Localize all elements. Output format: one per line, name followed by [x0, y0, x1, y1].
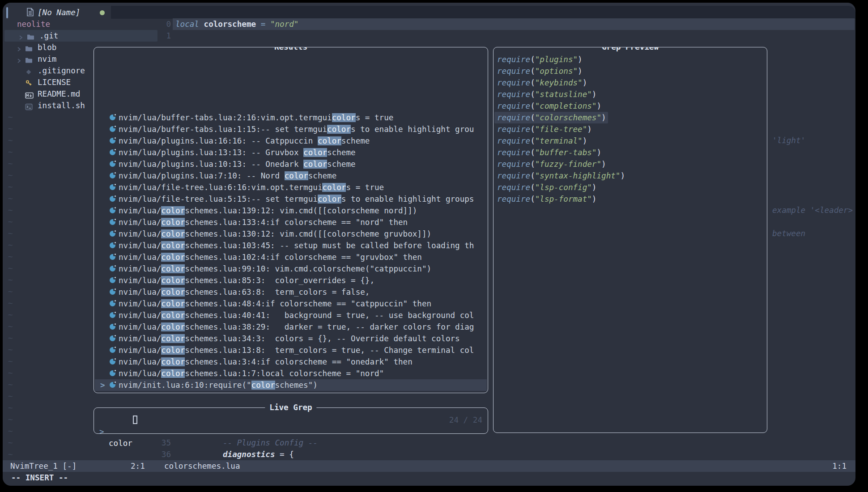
vim-mode-indicator: -- INSERT -- — [11, 472, 68, 484]
result-row[interactable]: nvim/lua/colorschemes.lua:38:29: darker … — [95, 321, 487, 333]
result-row[interactable]: nvim/lua/buffer-tabs.lua:2:16:vim.opt.te… — [95, 112, 487, 123]
result-text: nvim/lua/colorschemes.lua:63:8: term_col… — [119, 286, 370, 298]
match-highlight: color — [161, 253, 185, 262]
result-row[interactable]: nvim/lua/colorschemes.lua:102:4:if color… — [95, 251, 487, 263]
result-text: nvim/lua/colorschemes.lua:1:7:local colo… — [119, 368, 384, 379]
result-text: nvim/lua/colorschemes.lua:40:41: backgro… — [119, 310, 474, 321]
terminal-icon — [25, 102, 33, 114]
grep-preview-panel: Grep Preview require("plugins")require("… — [493, 47, 767, 433]
empty-line-tilde: ~ — [8, 332, 13, 344]
selection-caret-icon: > — [100, 379, 105, 391]
result-row[interactable]: nvim/lua/file-tree.lua:6:16:vim.opt.term… — [95, 182, 487, 193]
result-row[interactable]: nvim/lua/colorschemes.lua:34:3: colors =… — [95, 333, 487, 344]
result-counter: 24 / 24 — [449, 414, 482, 426]
match-highlight: color — [161, 357, 185, 366]
result-row[interactable]: nvim/lua/plugins.lua:16:16: -- Catppucci… — [95, 135, 487, 147]
telescope-results-panel: Results nvim/lua/buffer-tabs.lua:2:16:vi… — [94, 47, 488, 393]
empty-line-tilde: ~ — [8, 309, 13, 321]
search-input[interactable]: color — [109, 437, 132, 449]
result-row[interactable]: nvim/lua/plugins.lua:13:13: -- Gruvbox c… — [95, 147, 487, 158]
match-highlight: color — [161, 288, 185, 297]
filetree-item-label[interactable]: .git — [39, 30, 58, 42]
match-highlight: color — [161, 334, 185, 343]
document-icon — [26, 8, 34, 20]
result-row[interactable]: nvim/lua/colorschemes.lua:13:8: term_col… — [95, 344, 487, 356]
result-text: nvim/lua/buffer-tabs.lua:2:16:vim.opt.te… — [119, 112, 393, 123]
empty-line-tilde: ~ — [8, 390, 13, 402]
statusline-cursor-position: 1:1 — [832, 460, 847, 472]
result-text: nvim/lua/colorschemes.lua:48:4:if colors… — [119, 298, 431, 310]
filetree-root-name: neolite — [17, 18, 50, 30]
lua-file-icon — [110, 219, 115, 225]
result-row[interactable]: nvim/lua/colorschemes.lua:40:41: backgro… — [95, 310, 487, 321]
empty-line-tilde: ~ — [8, 263, 13, 274]
result-row[interactable]: >nvim/init.lua:6:10:require("colorscheme… — [95, 379, 487, 391]
result-row[interactable]: nvim/lua/plugins.lua:10:13: -- Onedark c… — [95, 158, 487, 170]
match-highlight: color — [327, 125, 351, 134]
empty-line-tilde: ~ — [8, 181, 13, 193]
result-row[interactable]: nvim/lua/colorschemes.lua:99:10: vim.cmd… — [95, 263, 487, 275]
match-highlight: color — [161, 218, 185, 227]
statusline-file-name: colorschemes.lua — [164, 460, 240, 472]
result-row[interactable]: nvim/lua/colorschemes.lua:3:4:if colorsc… — [95, 356, 487, 368]
buffer-tab[interactable]: [No Name] — [38, 7, 80, 18]
empty-line-tilde: ~ — [8, 135, 13, 146]
lua-file-icon — [110, 382, 115, 388]
preview-code-line: require("colorschemes") — [494, 112, 608, 123]
line-number: 35 — [157, 437, 171, 449]
line-number: 1 — [157, 30, 171, 42]
buffer-fragment: between — [772, 228, 805, 239]
result-row[interactable]: nvim/lua/colorschemes.lua:1:7:local colo… — [95, 368, 487, 379]
result-text: nvim/lua/colorschemes.lua:102:4:if color… — [119, 251, 422, 263]
result-text: nvim/lua/colorschemes.lua:34:3: colors =… — [119, 333, 460, 344]
result-text: nvim/lua/plugins.lua:10:13: -- Onedark c… — [119, 158, 356, 170]
code-token: colorscheme — [204, 20, 256, 29]
terminal-window: [No Name] neolite .gitblobnvim.gitignore… — [3, 3, 855, 486]
result-row[interactable]: nvim/lua/colorschemes.lua:48:4:if colors… — [95, 298, 487, 310]
match-highlight: color — [318, 195, 341, 204]
result-row[interactable]: nvim/lua/colorschemes.lua:85:3: color_ov… — [95, 275, 487, 286]
empty-line-tilde: ~ — [8, 286, 13, 297]
live-grep-prompt-panel[interactable]: Live Grep > color 24 / 24 — [94, 407, 488, 434]
result-row[interactable]: nvim/lua/file-tree.lua:5:15:-- set termg… — [95, 193, 487, 205]
filetree-item-label[interactable]: install.sh — [38, 100, 85, 111]
match-highlight: color — [161, 369, 185, 378]
filetree-item--git[interactable]: .git — [4, 30, 157, 42]
result-row[interactable]: nvim/lua/colorschemes.lua:133:4:if color… — [95, 216, 487, 228]
match-highlight: color — [161, 299, 185, 308]
lua-file-icon — [110, 335, 115, 341]
empty-line-tilde: ~ — [8, 379, 13, 390]
result-row[interactable]: nvim/lua/colorschemes.lua:103:45: -- set… — [95, 240, 487, 251]
lua-file-icon — [110, 347, 115, 353]
match-highlight: color — [161, 264, 185, 273]
code-token: diagnostics — [223, 450, 275, 459]
empty-line-tilde: ~ — [8, 414, 13, 425]
filetree-item-label[interactable]: blob — [38, 42, 56, 53]
code-token: local — [175, 20, 204, 29]
result-row[interactable]: nvim/lua/colorschemes.lua:130:12: vim.cm… — [95, 228, 487, 240]
empty-line-tilde: ~ — [8, 437, 13, 449]
buffer-fragment: 'light' — [772, 135, 805, 146]
line-number: 0 — [157, 18, 171, 30]
result-text: nvim/lua/plugins.lua:7:10: -- Nord color… — [119, 170, 336, 182]
code-token: = — [256, 20, 270, 29]
result-row[interactable]: nvim/lua/colorschemes.lua:63:8: term_col… — [95, 286, 487, 298]
code-token: -- Plugins Config -- — [223, 438, 318, 447]
prompt-row[interactable]: > color — [94, 414, 123, 426]
lua-file-icon — [110, 138, 115, 144]
filetree-item-label[interactable]: nvim — [38, 53, 56, 65]
empty-line-tilde: ~ — [8, 297, 13, 309]
result-row[interactable]: nvim/lua/buffer-tabs.lua:1:15:-- set ter… — [95, 123, 487, 135]
editor-code-line: -- Plugins Config -- — [223, 437, 318, 449]
result-text: nvim/lua/file-tree.lua:6:16:vim.opt.term… — [119, 182, 384, 193]
result-row[interactable]: nvim/lua/colorschemes.lua:139:12: vim.cm… — [95, 205, 487, 216]
match-highlight: color — [161, 276, 185, 285]
match-highlight: color — [332, 113, 356, 122]
editor-code-line: diagnostics = { — [223, 449, 294, 460]
result-row[interactable]: nvim/lua/plugins.lua:7:10: -- Nord color… — [95, 170, 487, 182]
result-text: nvim/init.lua:6:10:require("colorschemes… — [119, 379, 318, 391]
filetree-item-label[interactable]: README.md — [38, 88, 80, 100]
filetree-item-label[interactable]: LICENSE — [38, 76, 71, 88]
result-text: nvim/lua/plugins.lua:13:13: -- Gruvbox c… — [119, 147, 356, 158]
filetree-item-label[interactable]: .gitignore — [38, 65, 85, 76]
